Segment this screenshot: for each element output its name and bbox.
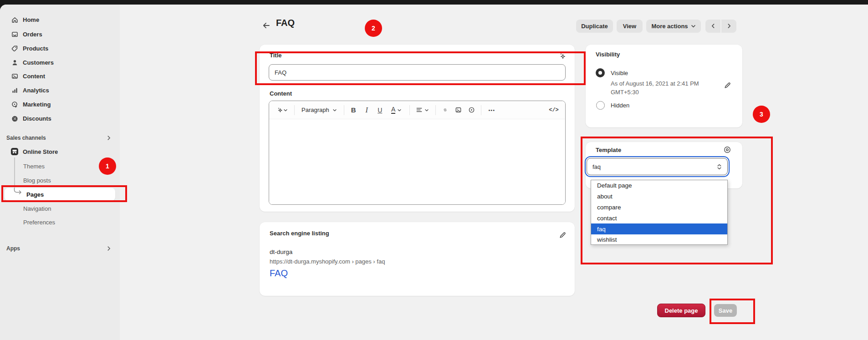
more-actions-button[interactable]: More actions [646, 20, 701, 32]
sidebar-item-products[interactable]: Products [5, 42, 115, 55]
visibility-card-title: Visibility [596, 51, 620, 58]
previous-page-button[interactable] [705, 20, 720, 32]
ai-sparkle-button[interactable] [557, 50, 568, 62]
products-icon [10, 44, 19, 52]
visible-label[interactable]: Visible [611, 70, 628, 76]
sidebar-item-label: Themes [23, 163, 45, 170]
link-icon [442, 107, 449, 113]
sidebar-item-analytics[interactable]: Analytics [5, 84, 115, 96]
duplicate-button[interactable]: Duplicate [576, 20, 613, 32]
seo-url: https://dt-durga.myshopify.com › pages ›… [270, 258, 385, 265]
sidebar-item-orders[interactable]: Orders [5, 28, 115, 41]
view-label: View [623, 23, 636, 30]
alignment-button[interactable] [413, 104, 432, 116]
toolbar-divider [481, 105, 481, 115]
sidebar-item-customers[interactable]: Customers [5, 56, 115, 69]
delete-page-button[interactable]: Delete page [657, 304, 705, 317]
customers-icon [10, 58, 19, 66]
sparkle-icon [558, 52, 567, 60]
image-icon [455, 107, 462, 113]
code-icon: </> [549, 107, 559, 113]
align-left-icon [416, 107, 423, 113]
sidebar-item-label: Pages [26, 191, 44, 198]
sidebar-item-label: Customers [23, 59, 54, 66]
sidebar-item-navigation[interactable]: Navigation [5, 202, 115, 215]
underline-button[interactable]: U [374, 104, 386, 116]
annotation-step-3: 3 [753, 106, 770, 123]
italic-glyph: I [366, 106, 368, 114]
content-icon [10, 72, 19, 80]
next-page-button[interactable] [721, 20, 736, 32]
arrow-left-icon [262, 21, 271, 30]
top-bar [0, 0, 868, 5]
view-button[interactable]: View [617, 20, 643, 32]
template-option-default-page[interactable]: Default page [591, 180, 727, 191]
marketing-icon [10, 100, 19, 108]
template-option-compare[interactable]: compare [591, 202, 727, 213]
insert-image-button[interactable] [452, 104, 465, 116]
sales-channels-header[interactable]: Sales channels [5, 132, 115, 144]
insert-video-button[interactable] [465, 104, 478, 116]
sidebar-item-discounts[interactable]: Discounts [5, 112, 115, 125]
sidebar-item-label: Preferences [23, 219, 55, 226]
sparkle-icon [276, 107, 283, 113]
more-actions-label: More actions [651, 23, 688, 30]
sidebar-item-label: Discounts [23, 115, 51, 122]
template-option-contact[interactable]: contact [591, 213, 727, 223]
chevron-down-icon [397, 108, 402, 112]
visible-radio[interactable] [596, 68, 605, 77]
chevron-down-icon [424, 108, 429, 112]
paragraph-label: Paragraph [301, 107, 329, 113]
hidden-label[interactable]: Hidden [611, 102, 629, 109]
seo-site-name: dt-durga [270, 249, 292, 255]
sidebar-item-label: Orders [23, 31, 42, 38]
sidebar-item-preferences[interactable]: Preferences [5, 216, 115, 228]
save-label: Save [719, 307, 732, 314]
sidebar-item-marketing[interactable]: Marketing [5, 98, 115, 111]
template-option-wishlist[interactable]: wishlist [591, 234, 727, 245]
chevron-down-icon [691, 24, 696, 29]
hidden-radio[interactable] [596, 101, 605, 110]
save-button[interactable]: Save [714, 304, 737, 317]
shopify-admin-page: Home Orders Products Customers Content A… [0, 0, 868, 340]
edit-visibility-date-button[interactable] [721, 79, 733, 91]
chevron-down-icon [332, 108, 337, 112]
sidebar-item-content[interactable]: Content [5, 70, 115, 82]
template-option-about[interactable]: about [591, 191, 727, 202]
delete-page-label: Delete page [665, 307, 698, 314]
more-formatting-button[interactable]: ••• [485, 104, 499, 116]
title-input[interactable] [269, 64, 566, 81]
sidebar-item-label: Marketing [23, 101, 51, 108]
italic-button[interactable]: I [361, 104, 373, 116]
paragraph-style-dropdown[interactable]: Paragraph [298, 104, 341, 116]
insert-link-button[interactable] [439, 104, 451, 116]
text-color-button[interactable]: A [387, 104, 406, 116]
preview-template-button[interactable] [721, 144, 733, 156]
ai-magic-button[interactable] [273, 104, 291, 116]
bold-button[interactable]: B [347, 104, 360, 116]
apps-header[interactable]: Apps [5, 243, 115, 254]
code-view-button[interactable]: </> [546, 104, 562, 116]
online-store-icon [10, 147, 19, 156]
sidebar-item-online-store[interactable]: Online Store [5, 145, 115, 158]
discounts-icon [10, 114, 19, 122]
duplicate-label: Duplicate [581, 23, 608, 30]
back-button[interactable] [260, 20, 272, 31]
annotation-step-2: 2 [365, 20, 382, 37]
sales-channels-label: Sales channels [6, 135, 46, 141]
pencil-icon [559, 231, 567, 239]
editor-content-area[interactable] [269, 119, 565, 205]
elbow-arrow-icon [13, 188, 22, 197]
sidebar-item-blog-posts[interactable]: Blog posts [5, 174, 115, 187]
sidebar-item-label: Products [23, 45, 48, 52]
sidebar-item-home[interactable]: Home [5, 13, 115, 26]
sidebar-item-label: Content [23, 73, 45, 80]
template-select[interactable]: faq [587, 158, 728, 175]
chevron-down-icon [283, 108, 288, 112]
chevron-right-icon [106, 135, 112, 141]
edit-seo-button[interactable] [557, 229, 568, 241]
seo-preview-link[interactable]: FAQ [270, 268, 288, 279]
template-option-faq[interactable]: faq [591, 223, 727, 234]
apps-label: Apps [6, 245, 20, 252]
template-options-dropdown: Default page about compare contact faq w… [591, 180, 728, 245]
